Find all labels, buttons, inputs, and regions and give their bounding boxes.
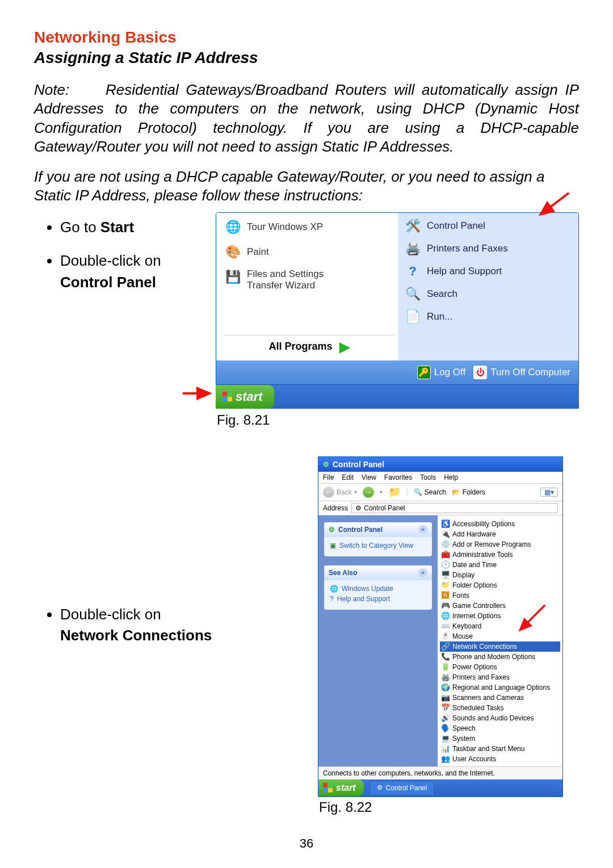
switch-view-link[interactable]: ▣Switch to Category View [330, 540, 426, 551]
fonts-icon: 🅰 [441, 591, 449, 599]
forward-button[interactable]: → [363, 487, 374, 498]
printer-icon: 🖨️ [441, 673, 449, 681]
collapse-icon[interactable]: « [418, 525, 427, 534]
cp-item-printers[interactable]: 🖨️Printers and Faxes [440, 672, 560, 682]
cp-item-user-accounts[interactable]: 👥User Accounts [440, 754, 560, 764]
logoff-label: Log Off [434, 367, 465, 378]
paint-icon: 🎨 [224, 244, 241, 261]
address-label: Address [323, 504, 348, 512]
folders-icon: 📂 [452, 488, 460, 496]
cp-item-regional[interactable]: 🌍Regional and Language Options [440, 682, 560, 693]
cp-item-phone-modem[interactable]: 📞Phone and Modem Options [440, 652, 560, 662]
control-panel-icon: ⚙ [323, 460, 329, 468]
start-menu-item-paint[interactable]: 🎨 Paint [224, 244, 394, 261]
views-button[interactable]: ▦▾ [540, 488, 558, 497]
up-folder-button[interactable]: 📁 [388, 486, 401, 498]
cp-item-network-connections[interactable]: 🔗Network Connections [440, 641, 560, 652]
logoff-button[interactable]: 🔑 Log Off [417, 366, 465, 379]
start-button[interactable]: start [318, 779, 364, 796]
page-number: 36 [0, 836, 613, 851]
start-button-label: start [336, 783, 356, 793]
menu-item-label: Help and Support [427, 266, 502, 277]
cp-item-display[interactable]: 🖥️Display [440, 570, 560, 580]
list-item-bold: Network Connections [60, 627, 212, 644]
help-support-link[interactable]: ?Help and Support [330, 594, 426, 604]
collapse-icon[interactable]: « [418, 568, 427, 577]
all-programs-button[interactable]: All Programs ▶ [224, 335, 394, 357]
accessibility-icon: ♿ [441, 519, 449, 528]
search-button[interactable]: 🔍Search [414, 488, 446, 496]
cp-item-system[interactable]: 💻System [440, 733, 560, 744]
cp-item-label: Mouse [452, 632, 473, 640]
menu-item-label: Files and Settings Transfer Wizard [247, 269, 360, 291]
annotation-arrow-icon [515, 602, 549, 636]
play-triangle-icon: ▶ [339, 339, 350, 355]
menu-favorites[interactable]: Favorites [384, 473, 412, 481]
cp-item-date-time[interactable]: 🕒Date and Time [440, 560, 560, 570]
cp-item-scanners[interactable]: 📷Scanners and Cameras [440, 693, 560, 703]
start-button[interactable]: start [216, 385, 274, 409]
printer-icon: 🖨️ [404, 240, 421, 257]
cp-item-folder-options[interactable]: 📁Folder Options [440, 580, 560, 590]
taskbar-button-control-panel[interactable]: ⚙ Control Panel [370, 781, 435, 795]
turnoff-button[interactable]: ⏻ Turn Off Computer [473, 366, 570, 379]
start-menu-item-control-panel[interactable]: 🛠️ Control Panel [404, 217, 574, 234]
address-field[interactable]: ⚙ Control Panel [351, 503, 558, 513]
annotation-arrow-icon [182, 385, 215, 402]
cp-item-accessibility[interactable]: ♿Accessibility Options [440, 519, 560, 529]
menu-item-label: Printers and Faxes [427, 243, 508, 254]
cp-item-sounds[interactable]: 🔊Sounds and Audio Devices [440, 713, 560, 723]
list-item: Double-click on Network Connections [60, 604, 306, 647]
cp-item-label: Network Connections [452, 643, 517, 651]
instruction-list-2: Double-click on Network Connections [34, 604, 306, 647]
dropdown-caret-icon: ▾ [354, 489, 357, 495]
cp-item-scheduled[interactable]: 📅Scheduled Tasks [440, 703, 560, 713]
link-label: Switch to Category View [339, 542, 413, 550]
search-icon: 🔍 [404, 286, 421, 303]
menu-help[interactable]: Help [444, 473, 458, 481]
windows-flag-icon [323, 783, 333, 792]
menu-edit[interactable]: Edit [342, 473, 354, 481]
start-menu-item-printers[interactable]: 🖨️ Printers and Faxes [404, 240, 574, 257]
menu-view[interactable]: View [362, 473, 376, 481]
cp-item-label: Keyboard [452, 622, 481, 630]
clock-icon: 🕒 [441, 560, 449, 569]
cp-item-label: Phone and Modem Options [452, 653, 535, 661]
start-menu-item-tour[interactable]: 🌐 Tour Windows XP [224, 219, 394, 236]
cp-item-add-hardware[interactable]: 🔌Add Hardware [440, 529, 560, 539]
cp-item-label: Scheduled Tasks [452, 704, 504, 712]
internet-icon: 🌐 [441, 611, 449, 620]
control-panel-icon: ⚙ [377, 784, 383, 791]
taskbar-button-label: Control Panel [386, 784, 427, 792]
folders-label: Folders [463, 488, 485, 496]
list-item-bold: Control Panel [60, 274, 156, 291]
windows-update-link[interactable]: 🌐Windows Update [330, 584, 426, 594]
programs-icon: 💿 [441, 540, 449, 548]
cp-item-add-remove[interactable]: 💿Add or Remove Programs [440, 539, 560, 550]
start-button-label: start [236, 389, 263, 404]
run-icon: 📄 [404, 308, 421, 325]
instruction-paragraph: If you are not using a DHCP capable Gate… [34, 167, 579, 206]
tasks-icon: 📅 [441, 703, 449, 712]
taskbar: start [216, 385, 579, 409]
menu-tools[interactable]: Tools [420, 473, 436, 481]
start-menu-item-search[interactable]: 🔍 Search [404, 286, 574, 303]
back-label: Back [337, 488, 352, 496]
start-menu-item-fstw[interactable]: 💾 Files and Settings Transfer Wizard [224, 269, 394, 291]
start-menu-item-run[interactable]: 📄 Run... [404, 308, 574, 325]
back-arrow-icon: ← [323, 487, 334, 498]
cp-item-speech[interactable]: 🗣️Speech [440, 723, 560, 733]
search-label: Search [425, 488, 446, 496]
link-label: Windows Update [342, 585, 393, 593]
cp-item-power[interactable]: 🔋Power Options [440, 662, 560, 672]
window-titlebar: ⚙ Control Panel [318, 457, 562, 472]
folders-button[interactable]: 📂Folders [452, 488, 485, 496]
menu-file[interactable]: File [323, 473, 334, 481]
back-button[interactable]: ←Back▾ [323, 487, 357, 498]
cp-item-fonts[interactable]: 🅰Fonts [440, 590, 560, 601]
cp-item-admin-tools[interactable]: 🧰Administrative Tools [440, 550, 560, 560]
window-title: Control Panel [333, 460, 384, 469]
cp-item-taskbar[interactable]: 📊Taskbar and Start Menu [440, 744, 560, 754]
cp-item-label: Date and Time [452, 561, 497, 569]
start-menu-item-help[interactable]: ? Help and Support [404, 263, 574, 280]
